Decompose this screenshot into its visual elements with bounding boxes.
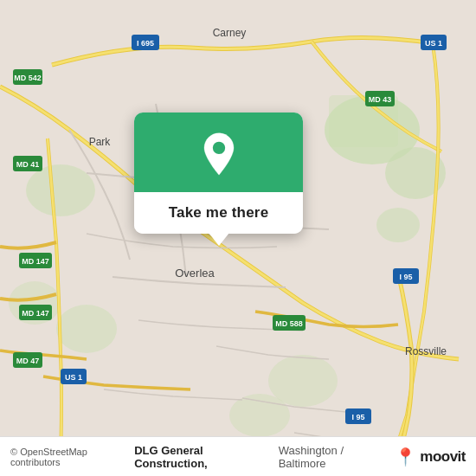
svg-text:Carney: Carney (213, 27, 247, 39)
svg-point-38 (212, 142, 224, 154)
moovit-text: moovit (420, 448, 466, 466)
osm-attribution: © OpenStreetMap contributors (10, 447, 134, 467)
popup-tail (209, 233, 229, 246)
svg-text:I 95: I 95 (399, 273, 412, 281)
svg-text:Overlea: Overlea (175, 267, 215, 280)
svg-point-3 (376, 208, 420, 242)
bottom-right-info: DLG General Construction, Washington / B… (134, 444, 466, 470)
svg-text:US 1: US 1 (65, 373, 82, 382)
svg-text:MD 47: MD 47 (16, 357, 40, 365)
moovit-logo: 📍 moovit (395, 447, 466, 467)
svg-text:MD 588: MD 588 (275, 319, 303, 328)
svg-text:MD 43: MD 43 (369, 95, 392, 104)
svg-text:I 95: I 95 (351, 413, 364, 421)
svg-text:MD 41: MD 41 (16, 160, 40, 169)
moovit-pin-icon: 📍 (395, 447, 416, 467)
map-background: I 695 MD 542 US 1 MD 43 MD 41 MD 147 MD … (0, 0, 476, 476)
svg-text:MD 542: MD 542 (14, 74, 42, 82)
company-name: DLG General Construction, (134, 444, 271, 470)
bottom-bar: © OpenStreetMap contributors DLG General… (0, 436, 476, 476)
location-pin-icon (196, 132, 241, 177)
region-name: Washington / Baltimore (279, 444, 389, 470)
svg-text:MD 147: MD 147 (22, 309, 49, 318)
popup-green-background (134, 113, 303, 192)
map-container: I 695 MD 542 US 1 MD 43 MD 41 MD 147 MD … (0, 0, 476, 476)
svg-point-5 (26, 164, 95, 216)
svg-text:Park: Park (89, 136, 112, 148)
svg-text:MD 147: MD 147 (22, 257, 49, 266)
svg-text:US 1: US 1 (425, 39, 442, 48)
popup-card: Take me there (134, 113, 303, 234)
take-me-there-button[interactable]: Take me there (134, 192, 303, 234)
svg-text:Rossville: Rossville (405, 345, 447, 357)
svg-point-7 (56, 305, 117, 353)
svg-text:I 695: I 695 (137, 39, 154, 48)
